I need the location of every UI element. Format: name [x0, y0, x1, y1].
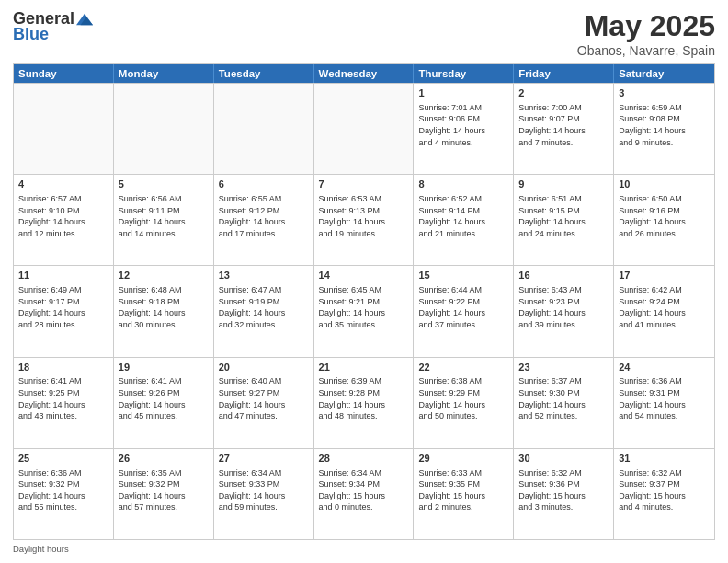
day-cell-1: 1Sunrise: 7:01 AM Sunset: 9:06 PM Daylig… [414, 84, 514, 174]
day-cell-20: 20Sunrise: 6:40 AM Sunset: 9:27 PM Dayli… [214, 358, 314, 448]
empty-cell [114, 84, 214, 174]
calendar-body: 1Sunrise: 7:01 AM Sunset: 9:06 PM Daylig… [14, 83, 714, 539]
day-cell-15: 15Sunrise: 6:44 AM Sunset: 9:22 PM Dayli… [414, 266, 514, 356]
day-number: 12 [119, 269, 209, 282]
day-info: Sunrise: 6:47 AM Sunset: 9:19 PM Dayligh… [219, 284, 309, 330]
footer-note: Daylight hours [13, 544, 715, 554]
day-info: Sunrise: 6:34 AM Sunset: 9:33 PM Dayligh… [219, 467, 309, 513]
calendar-week-2: 4Sunrise: 6:57 AM Sunset: 9:10 PM Daylig… [14, 174, 714, 265]
calendar: SundayMondayTuesdayWednesdayThursdayFrid… [13, 63, 715, 540]
day-info: Sunrise: 6:51 AM Sunset: 9:15 PM Dayligh… [518, 193, 609, 239]
day-cell-16: 16Sunrise: 6:43 AM Sunset: 9:23 PM Dayli… [514, 266, 614, 356]
day-number: 31 [619, 452, 710, 465]
day-info: Sunrise: 6:36 AM Sunset: 9:31 PM Dayligh… [619, 375, 710, 421]
day-cell-2: 2Sunrise: 7:00 AM Sunset: 9:07 PM Daylig… [514, 84, 614, 174]
day-number: 15 [418, 269, 508, 282]
day-info: Sunrise: 6:36 AM Sunset: 9:32 PM Dayligh… [18, 467, 108, 513]
day-cell-26: 26Sunrise: 6:35 AM Sunset: 9:32 PM Dayli… [114, 449, 214, 539]
day-info: Sunrise: 6:34 AM Sunset: 9:34 PM Dayligh… [319, 467, 409, 513]
header-day-wednesday: Wednesday [314, 64, 415, 83]
day-cell-27: 27Sunrise: 6:34 AM Sunset: 9:33 PM Dayli… [214, 449, 314, 539]
calendar-week-1: 1Sunrise: 7:01 AM Sunset: 9:06 PM Daylig… [14, 83, 714, 174]
day-info: Sunrise: 6:53 AM Sunset: 9:13 PM Dayligh… [319, 193, 409, 239]
day-cell-9: 9Sunrise: 6:51 AM Sunset: 9:15 PM Daylig… [514, 175, 614, 265]
header-day-thursday: Thursday [414, 64, 514, 83]
calendar-week-4: 18Sunrise: 6:41 AM Sunset: 9:25 PM Dayli… [14, 357, 714, 448]
day-number: 17 [619, 269, 710, 282]
day-info: Sunrise: 6:40 AM Sunset: 9:27 PM Dayligh… [219, 375, 309, 421]
day-number: 5 [119, 178, 209, 191]
day-number: 4 [18, 178, 108, 191]
day-cell-8: 8Sunrise: 6:52 AM Sunset: 9:14 PM Daylig… [414, 175, 514, 265]
day-info: Sunrise: 6:49 AM Sunset: 9:17 PM Dayligh… [18, 284, 108, 330]
day-number: 24 [619, 361, 710, 374]
calendar-week-3: 11Sunrise: 6:49 AM Sunset: 9:17 PM Dayli… [14, 265, 714, 356]
day-cell-30: 30Sunrise: 6:32 AM Sunset: 9:36 PM Dayli… [514, 449, 614, 539]
header: General Blue May 2025 Obanos, Navarre, S… [13, 9, 715, 58]
day-cell-13: 13Sunrise: 6:47 AM Sunset: 9:19 PM Dayli… [214, 266, 314, 356]
day-number: 23 [518, 361, 609, 374]
day-number: 10 [619, 178, 710, 191]
day-info: Sunrise: 6:39 AM Sunset: 9:28 PM Dayligh… [319, 375, 409, 421]
day-cell-12: 12Sunrise: 6:48 AM Sunset: 9:18 PM Dayli… [114, 266, 214, 356]
day-number: 21 [319, 361, 409, 374]
day-info: Sunrise: 6:33 AM Sunset: 9:35 PM Dayligh… [418, 467, 508, 513]
day-info: Sunrise: 6:52 AM Sunset: 9:14 PM Dayligh… [418, 193, 508, 239]
day-cell-6: 6Sunrise: 6:55 AM Sunset: 9:12 PM Daylig… [214, 175, 314, 265]
day-number: 20 [219, 361, 309, 374]
empty-cell [214, 84, 314, 174]
header-day-monday: Monday [114, 64, 214, 83]
day-cell-11: 11Sunrise: 6:49 AM Sunset: 9:17 PM Dayli… [14, 266, 114, 356]
day-number: 16 [518, 269, 609, 282]
day-number: 1 [418, 86, 508, 100]
day-info: Sunrise: 6:38 AM Sunset: 9:29 PM Dayligh… [418, 375, 508, 421]
day-number: 3 [619, 86, 710, 100]
day-cell-7: 7Sunrise: 6:53 AM Sunset: 9:13 PM Daylig… [314, 175, 415, 265]
day-cell-28: 28Sunrise: 6:34 AM Sunset: 9:34 PM Dayli… [314, 449, 415, 539]
day-info: Sunrise: 7:01 AM Sunset: 9:06 PM Dayligh… [418, 102, 508, 148]
day-cell-10: 10Sunrise: 6:50 AM Sunset: 9:16 PM Dayli… [614, 175, 714, 265]
day-cell-22: 22Sunrise: 6:38 AM Sunset: 9:29 PM Dayli… [414, 358, 514, 448]
day-cell-25: 25Sunrise: 6:36 AM Sunset: 9:32 PM Dayli… [14, 449, 114, 539]
day-number: 13 [219, 269, 309, 282]
title-block: May 2025 Obanos, Navarre, Spain [577, 9, 715, 58]
day-info: Sunrise: 6:43 AM Sunset: 9:23 PM Dayligh… [518, 284, 609, 330]
day-cell-24: 24Sunrise: 6:36 AM Sunset: 9:31 PM Dayli… [614, 358, 714, 448]
day-number: 28 [319, 452, 409, 465]
day-info: Sunrise: 6:42 AM Sunset: 9:24 PM Dayligh… [619, 284, 710, 330]
header-day-tuesday: Tuesday [214, 64, 314, 83]
day-info: Sunrise: 6:59 AM Sunset: 9:08 PM Dayligh… [619, 102, 710, 148]
day-cell-21: 21Sunrise: 6:39 AM Sunset: 9:28 PM Dayli… [314, 358, 415, 448]
day-number: 29 [418, 452, 508, 465]
day-cell-18: 18Sunrise: 6:41 AM Sunset: 9:25 PM Dayli… [14, 358, 114, 448]
header-day-saturday: Saturday [614, 64, 714, 83]
day-info: Sunrise: 6:57 AM Sunset: 9:10 PM Dayligh… [18, 193, 108, 239]
day-info: Sunrise: 6:44 AM Sunset: 9:22 PM Dayligh… [418, 284, 508, 330]
logo-blue: Blue [13, 25, 49, 44]
day-cell-29: 29Sunrise: 6:33 AM Sunset: 9:35 PM Dayli… [414, 449, 514, 539]
day-info: Sunrise: 6:32 AM Sunset: 9:36 PM Dayligh… [518, 467, 609, 513]
logo: General Blue [13, 9, 93, 44]
header-day-friday: Friday [514, 64, 614, 83]
day-number: 22 [418, 361, 508, 374]
day-number: 26 [119, 452, 209, 465]
day-info: Sunrise: 6:37 AM Sunset: 9:30 PM Dayligh… [518, 375, 609, 421]
day-info: Sunrise: 6:41 AM Sunset: 9:26 PM Dayligh… [119, 375, 209, 421]
logo-icon [76, 13, 93, 26]
day-number: 7 [319, 178, 409, 191]
empty-cell [314, 84, 415, 174]
day-cell-5: 5Sunrise: 6:56 AM Sunset: 9:11 PM Daylig… [114, 175, 214, 265]
day-number: 6 [219, 178, 309, 191]
day-number: 18 [18, 361, 108, 374]
day-cell-17: 17Sunrise: 6:42 AM Sunset: 9:24 PM Dayli… [614, 266, 714, 356]
day-info: Sunrise: 6:48 AM Sunset: 9:18 PM Dayligh… [119, 284, 209, 330]
day-cell-4: 4Sunrise: 6:57 AM Sunset: 9:10 PM Daylig… [14, 175, 114, 265]
day-number: 30 [518, 452, 609, 465]
main-title: May 2025 [577, 9, 715, 43]
day-info: Sunrise: 6:55 AM Sunset: 9:12 PM Dayligh… [219, 193, 309, 239]
day-cell-14: 14Sunrise: 6:45 AM Sunset: 9:21 PM Dayli… [314, 266, 415, 356]
calendar-header: SundayMondayTuesdayWednesdayThursdayFrid… [14, 64, 714, 83]
day-info: Sunrise: 7:00 AM Sunset: 9:07 PM Dayligh… [518, 102, 609, 148]
day-info: Sunrise: 6:56 AM Sunset: 9:11 PM Dayligh… [119, 193, 209, 239]
day-number: 8 [418, 178, 508, 191]
